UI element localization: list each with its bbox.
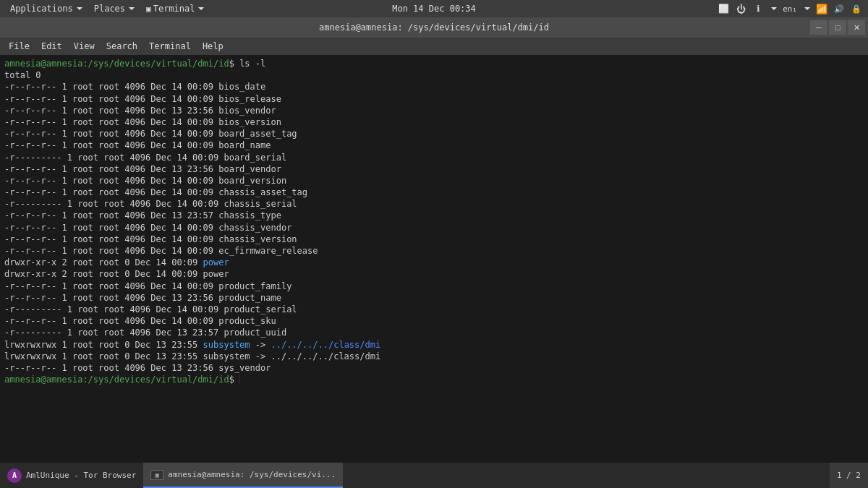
output-line-4: -r--r--r-- 1 root root 4096 Dec 14 00:09… (4, 116, 864, 128)
menu-file[interactable]: File (3, 40, 35, 53)
output-line-1: -r--r--r-- 1 root root 4096 Dec 14 00:09… (4, 81, 864, 93)
output-line-0: total 0 (4, 69, 864, 81)
prompt-path: :/sys/devices/virtual/dmi/id (82, 59, 229, 69)
system-bar-right: ⬜ ⏻ ℹ en₁ 📶 🔊 🔒 (718, 3, 862, 14)
terminal-menu-icon: ▣ (146, 4, 151, 14)
output-line-19: -r--r--r-- 1 root root 4096 Dec 13 23:56… (4, 292, 864, 304)
cursor: █ (239, 374, 244, 385)
volume-icon[interactable]: 🔊 (833, 3, 845, 14)
network-icon[interactable]: ℹ (752, 3, 764, 14)
lock-icon[interactable]: 🔒 (851, 3, 862, 14)
output-line-18: -r--r--r-- 1 root root 4096 Dec 14 00:09… (4, 281, 864, 292)
window-title: amnesia@amnesia: /sys/devices/virtual/dm… (319, 22, 549, 33)
taskbar-terminal-label: amnesia@amnesia: /sys/devices/vi... (168, 470, 336, 479)
output-line-8: -r--r--r-- 1 root root 4096 Dec 13 23:56… (4, 163, 864, 175)
taskbar: A AmlUnique - Tor Browser ▣ amnesia@amne… (0, 462, 868, 488)
menu-bar: File Edit View Search Terminal Help (0, 38, 868, 55)
applications-arrow-icon (77, 7, 82, 10)
output-line-6: -r--r--r-- 1 root root 4096 Dec 14 00:09… (4, 140, 864, 151)
screen-icon[interactable]: ⬜ (718, 3, 729, 14)
terminal-icon: ▣ (150, 470, 163, 480)
terminal-arrow-icon (198, 7, 204, 10)
prompt-user: amnesia@amnesia (4, 59, 82, 69)
system-bar-left: Applications Places ▣ Terminal (6, 2, 208, 15)
output-line-13: -r--r--r-- 1 root root 4096 Dec 14 00:09… (4, 222, 864, 234)
output-line-22: -r--------- 1 root root 4096 Dec 13 23:5… (4, 327, 864, 338)
second-prompt-symbol: $ (229, 374, 239, 385)
system-clock: Mon 14 Dec 00:34 (392, 4, 476, 14)
menu-search[interactable]: Search (101, 40, 143, 53)
subsystem-link: subsystem (203, 340, 250, 350)
output-line-10: -r--r--r-- 1 root root 4096 Dec 14 00:09… (4, 187, 864, 198)
subsystem-target: ../../../../class/dmi (271, 340, 380, 350)
power-link-text: power (203, 257, 229, 267)
menu-view[interactable]: View (68, 40, 101, 53)
output-line-7: -r--------- 1 root root 4096 Dec 14 00:0… (4, 152, 864, 163)
output-line-3: -r--r--r-- 1 root root 4096 Dec 13 23:56… (4, 105, 864, 116)
system-bar: Applications Places ▣ Terminal Mon 14 De… (0, 0, 868, 17)
power-line-prefix: drwxr-xr-x 2 root root 0 Dec 14 00:09 (4, 257, 203, 267)
output-line-21: -r--r--r-- 1 root root 4096 Dec 14 00:09… (4, 315, 864, 327)
output-line-17: drwxr-xr-x 2 root root 0 Dec 14 00:09 po… (4, 268, 864, 280)
prompt-symbol: $ (229, 59, 239, 69)
second-prompt-line: amnesia@amnesia:/sys/devices/virtual/dmi… (4, 374, 864, 385)
maximize-button[interactable]: □ (829, 20, 846, 35)
terminal-window: amnesia@amnesia: /sys/devices/virtual/dm… (0, 17, 868, 462)
output-line-23: lrwxrwxrwx 1 root root 0 Dec 13 23:55 su… (4, 339, 864, 351)
close-button[interactable]: ✕ (848, 20, 865, 35)
applications-menu[interactable]: Applications (6, 2, 87, 15)
keyboard-layout[interactable]: en₁ (783, 4, 797, 14)
second-prompt-user: amnesia@amnesia (4, 374, 82, 385)
terminal-label: Terminal (153, 4, 195, 14)
output-line-2: -r--r--r-- 1 root root 4096 Dec 14 00:09… (4, 93, 864, 105)
places-menu[interactable]: Places (90, 2, 139, 15)
menu-edit[interactable]: Edit (35, 40, 68, 53)
second-prompt-path: :/sys/devices/virtual/dmi/id (82, 374, 229, 385)
menu-terminal[interactable]: Terminal (143, 40, 197, 53)
network-arrow-icon (771, 7, 777, 10)
places-arrow-icon (129, 7, 135, 10)
minimize-button[interactable]: ─ (810, 20, 827, 35)
terminal-menu[interactable]: ▣ Terminal (142, 2, 208, 15)
wifi-icon[interactable]: 📶 (816, 3, 827, 14)
keyboard-arrow-icon (804, 7, 810, 10)
menu-help[interactable]: Help (197, 40, 229, 53)
tor-browser-icon: A (7, 468, 22, 483)
output-line-12: -r--r--r-- 1 root root 4096 Dec 13 23:57… (4, 210, 864, 221)
taskbar-pager: 1 / 2 (830, 463, 868, 488)
output-line-16: drwxr-xr-x 2 root root 0 Dec 14 00:09 po… (4, 257, 864, 268)
taskbar-tor-browser[interactable]: A AmlUnique - Tor Browser (0, 463, 143, 488)
applications-label: Applications (10, 4, 73, 14)
output-line-9: -r--r--r-- 1 root root 4096 Dec 14 00:09… (4, 175, 864, 187)
terminal-content[interactable]: amnesia@amnesia:/sys/devices/virtual/dmi… (0, 55, 868, 462)
taskbar-terminal[interactable]: ▣ amnesia@amnesia: /sys/devices/vi... (143, 463, 343, 488)
output-line-24: lrwxrwxrwx 1 root root 0 Dec 13 23:55 su… (4, 351, 864, 362)
output-line-25: -r--r--r-- 1 root root 4096 Dec 13 23:56… (4, 362, 864, 374)
places-label: Places (94, 4, 125, 14)
command-text: ls -l (239, 59, 265, 69)
window-titlebar: amnesia@amnesia: /sys/devices/virtual/dm… (0, 17, 868, 38)
output-line-15: -r--r--r-- 1 root root 4096 Dec 14 00:09… (4, 245, 864, 257)
output-line-5: -r--r--r-- 1 root root 4096 Dec 14 00:09… (4, 128, 864, 140)
window-controls: ─ □ ✕ (810, 20, 865, 35)
output-line-14: -r--r--r-- 1 root root 4096 Dec 14 00:09… (4, 234, 864, 245)
output-line-20: -r--------- 1 root root 4096 Dec 14 00:0… (4, 304, 864, 315)
output-line-11: -r--------- 1 root root 4096 Dec 14 00:0… (4, 198, 864, 210)
power-icon[interactable]: ⏻ (735, 3, 746, 14)
first-prompt-line: amnesia@amnesia:/sys/devices/virtual/dmi… (4, 58, 864, 69)
subsystem-prefix: lrwxrwxrwx 1 root root 0 Dec 13 23:55 (4, 340, 203, 350)
subsystem-arrow: -> (250, 340, 271, 350)
taskbar-tor-label: AmlUnique - Tor Browser (26, 471, 136, 480)
